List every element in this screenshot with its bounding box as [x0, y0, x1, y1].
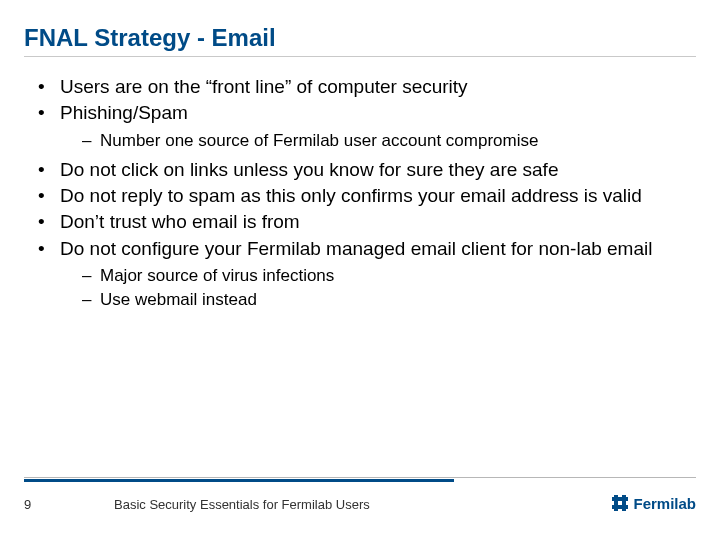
sub-bullet-item: Use webmail instead	[82, 289, 696, 311]
footer-title: Basic Security Essentials for Fermilab U…	[114, 497, 370, 512]
page-number: 9	[24, 497, 114, 512]
svg-rect-3	[612, 505, 628, 509]
slide-footer: 9 Basic Security Essentials for Fermilab…	[24, 477, 696, 512]
bullet-item: Don’t trust who email is from	[38, 210, 696, 234]
bullet-text: Do not configure your Fermilab managed e…	[60, 238, 652, 259]
sub-bullet-item: Number one source of Fermilab user accou…	[82, 130, 696, 152]
bullet-list: Users are on the “front line” of compute…	[24, 75, 696, 311]
slide-title: FNAL Strategy - Email	[24, 24, 696, 52]
bullet-item: Do not reply to spam as this only confir…	[38, 184, 696, 208]
title-divider	[24, 56, 696, 57]
bullet-item: Phishing/Spam Number one source of Fermi…	[38, 101, 696, 151]
sub-bullet-item: Major source of virus infections	[82, 265, 696, 287]
fermilab-logo: Fermilab	[611, 494, 696, 512]
fermilab-logo-icon	[611, 494, 629, 512]
footer-divider	[24, 477, 696, 483]
fermilab-logo-text: Fermilab	[633, 495, 696, 512]
bullet-item: Users are on the “front line” of compute…	[38, 75, 696, 99]
bullet-item: Do not click on links unless you know fo…	[38, 158, 696, 182]
sub-bullet-list: Number one source of Fermilab user accou…	[60, 130, 696, 152]
bullet-item: Do not configure your Fermilab managed e…	[38, 237, 696, 312]
sub-bullet-list: Major source of virus infections Use web…	[60, 265, 696, 311]
bullet-text: Phishing/Spam	[60, 102, 188, 123]
